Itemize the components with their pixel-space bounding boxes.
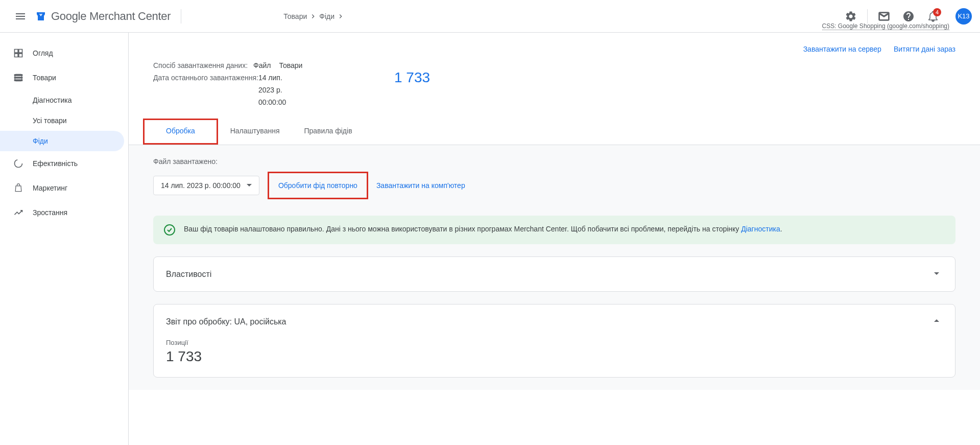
sidebar-item-label: Зростання: [33, 208, 67, 217]
sidebar-item-all-products[interactable]: Усі товари: [0, 110, 124, 131]
accordion-title: Властивості: [166, 270, 211, 279]
sidebar-item-overview[interactable]: Огляд: [0, 41, 124, 65]
sidebar-item-products[interactable]: Товари: [0, 65, 124, 90]
svg-point-1: [15, 160, 22, 168]
method-label: Спосіб завантаження даних:: [153, 61, 253, 69]
sidebar: Огляд Товари Діагностика Усі товари Фіди…: [0, 33, 129, 445]
hamburger-icon: [14, 10, 27, 22]
chevron-right-icon: [309, 12, 317, 20]
list-icon: [12, 72, 25, 84]
processing-panel: Файл завантажено: 14 лип. 2023 р. 00:00:…: [129, 145, 980, 390]
growth-icon: [12, 206, 25, 219]
chevron-up-icon: [930, 315, 943, 329]
reprocess-button[interactable]: Обробити фід повторно: [268, 172, 368, 199]
performance-icon: [12, 157, 25, 170]
sidebar-item-label: Усі товари: [33, 116, 67, 125]
sidebar-item-label: Діагностика: [33, 96, 71, 104]
main-content: Завантажити на сервер Витягти дані зараз…: [129, 33, 980, 445]
sidebar-item-label: Фіди: [33, 137, 48, 145]
upload-button[interactable]: Завантажити на сервер: [803, 45, 881, 53]
report-accordion: Звіт про обробку: UA, російська Позиції …: [153, 304, 955, 378]
tab-rules[interactable]: Правила фідів: [292, 119, 364, 145]
logo-text: Google Merchant Center: [51, 10, 171, 23]
top-actions: Завантажити на сервер Витягти дані зараз: [129, 33, 980, 53]
sidebar-item-label: Огляд: [33, 49, 53, 57]
last-upload-label: Дата останнього завантаження:: [153, 74, 258, 106]
mail-icon: [878, 10, 890, 22]
positions-label: Позиції: [166, 339, 943, 346]
check-circle-icon: [163, 224, 176, 236]
menu-button[interactable]: [8, 4, 33, 29]
method-value: Файл: [253, 61, 271, 69]
fetch-now-button[interactable]: Витягти дані зараз: [894, 45, 955, 53]
last-upload-year: 2023 р.: [258, 86, 286, 94]
logo[interactable]: Google Merchant Center: [35, 10, 171, 23]
sidebar-item-feeds[interactable]: Фіди: [0, 131, 124, 151]
sidebar-item-performance[interactable]: Ефективність: [0, 151, 124, 176]
chevron-down-icon: [930, 267, 943, 281]
diagnostics-link[interactable]: Діагностика: [741, 225, 780, 233]
svg-point-2: [164, 225, 175, 235]
gear-icon: [845, 10, 857, 22]
floating-count: 1 733: [394, 69, 430, 86]
sidebar-item-label: Маркетинг: [33, 184, 67, 192]
css-note[interactable]: CSS: Google Shopping (google.com/shoppin…: [822, 22, 950, 30]
report-body: Позиції 1 733: [154, 339, 955, 377]
info-section: Спосіб завантаження даних: Файл Товари Д…: [129, 53, 980, 106]
properties-accordion: Властивості: [153, 256, 955, 292]
file-uploaded-label: Файл завантажено:: [153, 157, 955, 166]
dashboard-icon: [12, 47, 25, 59]
merchant-center-icon: [35, 10, 47, 22]
properties-header[interactable]: Властивості: [154, 257, 955, 291]
chevron-right-icon: [337, 12, 345, 20]
avatar[interactable]: K13: [955, 8, 972, 25]
notification-badge: 4: [933, 8, 941, 16]
dropdown-value: 14 лип. 2023 р. 00:00:00: [161, 181, 241, 190]
sidebar-item-label: Товари: [33, 74, 56, 82]
bag-icon: [12, 182, 25, 194]
report-header[interactable]: Звіт про обробку: UA, російська: [154, 305, 955, 339]
accordion-title: Звіт про обробку: UA, російська: [166, 317, 286, 326]
separator: [867, 9, 868, 24]
help-icon: [902, 10, 915, 22]
success-banner: Ваш фід товарів налаштовано правильно. Д…: [153, 216, 955, 244]
tab-settings[interactable]: Налаштування: [218, 119, 292, 145]
header: Google Merchant Center Товари Фіди 4 K13…: [0, 0, 980, 33]
caret-down-icon: [247, 183, 252, 188]
sidebar-item-label: Ефективність: [33, 159, 78, 168]
download-button[interactable]: Завантажити на комп'ютер: [376, 181, 465, 190]
sidebar-item-growth[interactable]: Зростання: [0, 200, 124, 225]
positions-value: 1 733: [166, 348, 943, 365]
separator: [181, 9, 181, 24]
sidebar-item-marketing[interactable]: Маркетинг: [0, 176, 124, 200]
breadcrumb[interactable]: Товари Фіди: [283, 12, 347, 20]
tabs: Обробка Налаштування Правила фідів: [129, 119, 980, 145]
last-upload-time: 00:00:00: [258, 98, 286, 106]
last-upload-date: 14 лип.: [258, 74, 286, 82]
tab-processing[interactable]: Обробка: [143, 119, 218, 145]
upload-date-dropdown[interactable]: 14 лип. 2023 р. 00:00:00: [153, 176, 259, 195]
method-value2: Товари: [279, 61, 302, 69]
sidebar-item-diagnostics[interactable]: Діагностика: [0, 90, 124, 110]
banner-text: Ваш фід товарів налаштовано правильно. Д…: [184, 224, 782, 234]
